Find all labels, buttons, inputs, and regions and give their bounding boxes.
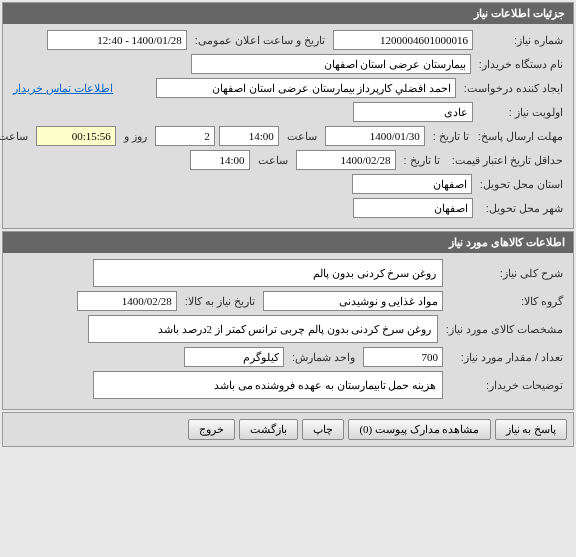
goods-info-section: اطلاعات کالاهای مورد نیاز شرح کلی نیاز: … — [2, 231, 574, 410]
label-group: گروه کالا: — [447, 295, 567, 308]
label-spec: مشخصات کالای مورد نیاز: — [442, 323, 567, 336]
group-input[interactable] — [263, 291, 443, 311]
label-announce: تاریخ و ساعت اعلان عمومی: — [191, 34, 329, 47]
label-need-number: شماره نیاز: — [477, 34, 567, 47]
need-number-input[interactable] — [333, 30, 473, 50]
label-deadline: مهلت ارسال پاسخ: — [477, 130, 567, 143]
label-credit: حداقل تاریخ اعتبار قیمت: — [448, 154, 567, 167]
province-input[interactable] — [352, 174, 472, 194]
announce-input[interactable] — [47, 30, 187, 50]
label-priority: اولویت نیاز : — [477, 106, 567, 119]
need-details-section: جزئیات اطلاعات نیاز شماره نیاز: تاریخ و … — [2, 2, 574, 229]
respond-button[interactable]: پاسخ به نیاز — [495, 419, 568, 440]
priority-input[interactable] — [353, 102, 473, 122]
deadline-date-input[interactable] — [325, 126, 425, 146]
desc-textarea[interactable]: روغن سرخ کردنی بدون پالم — [93, 259, 443, 287]
label-until2: تا تاریخ : — [400, 154, 444, 167]
history-input[interactable] — [77, 291, 177, 311]
days-left-input[interactable] — [155, 126, 215, 146]
print-button[interactable]: چاپ — [302, 419, 344, 440]
label-creator: ایجاد کننده درخواست: — [460, 82, 567, 95]
section1-title: جزئیات اطلاعات نیاز — [3, 3, 573, 24]
label-day-and: روز و — [120, 130, 151, 143]
label-qty: تعداد / مقدار مورد نیاز: — [447, 351, 567, 364]
label-until1: تا تاریخ : — [429, 130, 473, 143]
deadline-hour-input[interactable] — [219, 126, 279, 146]
credit-hour-input[interactable] — [190, 150, 250, 170]
qty-input[interactable] — [363, 347, 443, 367]
label-city: شهر محل تحویل: — [477, 202, 567, 215]
city-input[interactable] — [353, 198, 473, 218]
creator-input[interactable] — [156, 78, 456, 98]
label-remaining: ساعت باقی مانده — [0, 130, 32, 143]
buyer-input[interactable] — [191, 54, 471, 74]
section2-title: اطلاعات کالاهای مورد نیاز — [3, 232, 573, 253]
label-unit: واحد شمارش: — [288, 351, 359, 364]
label-hour1: ساعت — [283, 130, 321, 143]
unit-input[interactable] — [184, 347, 284, 367]
spec-textarea[interactable]: روغن سرخ کردنی بدون پالم چربی ترانس کمتر… — [88, 315, 438, 343]
label-province: استان محل تحویل: — [476, 178, 567, 191]
label-buyer: نام دستگاه خریدار: — [475, 58, 567, 71]
buyer-contact-link[interactable]: اطلاعات تماس خریدار — [9, 82, 117, 95]
label-history: تاریخ نیاز به کالا: — [181, 295, 259, 308]
buyer-notes-textarea[interactable]: هزینه حمل تابیمارستان به عهده فروشنده می… — [93, 371, 443, 399]
credit-date-input[interactable] — [296, 150, 396, 170]
time-left-input — [36, 126, 116, 146]
label-desc: شرح کلی نیاز: — [447, 267, 567, 280]
label-buyer-notes: توضیحات خریدار: — [447, 379, 567, 392]
label-hour2: ساعت — [254, 154, 292, 167]
exit-button[interactable]: خروج — [188, 419, 235, 440]
back-button[interactable]: بازگشت — [239, 419, 298, 440]
button-bar: پاسخ به نیاز مشاهده مدارک پیوست (0) چاپ … — [2, 412, 574, 447]
attachments-button[interactable]: مشاهده مدارک پیوست (0) — [348, 419, 490, 440]
